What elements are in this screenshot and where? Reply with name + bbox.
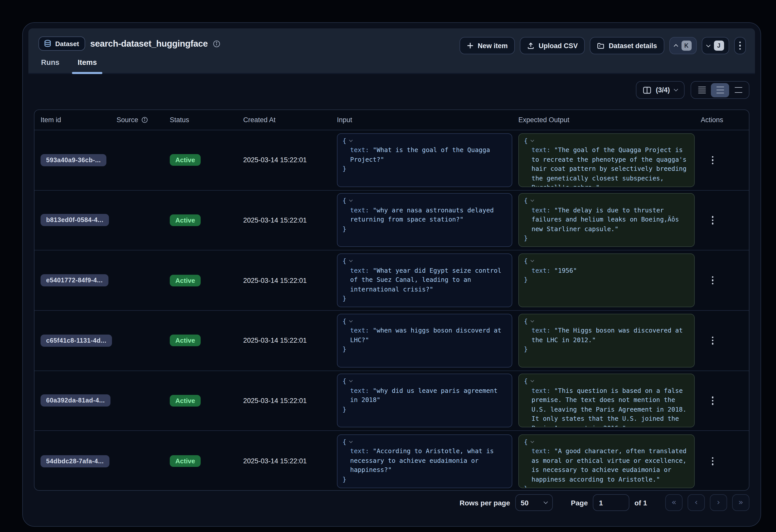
status-badge: Active <box>170 335 201 346</box>
columns-visibility-button[interactable]: (3/4) <box>636 81 685 99</box>
input-json-box[interactable]: { text: "why are nasa astronauts delayed… <box>337 193 512 247</box>
actions-cell <box>695 454 749 468</box>
collapse-chevron-icon[interactable] <box>349 138 353 142</box>
expected-output-cell: { text: "A good character, often transla… <box>512 431 695 491</box>
expected-output-cell: { text: "The Higgs boson was discovered … <box>512 311 695 370</box>
item-id-pill[interactable]: c65f41c8-1131-4d... <box>40 335 112 347</box>
output-json-box[interactable]: { text: "1956" } <box>518 253 695 307</box>
collapse-chevron-icon[interactable] <box>349 439 353 443</box>
rows-per-page-label: Rows per page <box>459 499 510 507</box>
status-cell: Active <box>164 214 237 226</box>
collapse-chevron-icon[interactable] <box>349 198 353 202</box>
collapse-chevron-icon[interactable] <box>531 379 534 382</box>
item-id-cell: 60a392da-81ad-4... <box>34 395 111 407</box>
collapse-chevron-icon[interactable] <box>531 138 534 142</box>
output-json-box[interactable]: { text: "This question is based on a fal… <box>518 374 695 427</box>
rows-per-page-select[interactable]: 50 <box>515 494 553 511</box>
row-height-tall-option[interactable] <box>729 83 747 97</box>
actions-cell <box>695 213 749 227</box>
output-text-value: "The delay is due to thruster failures a… <box>532 206 679 233</box>
input-text-value: "why did us leave paris agreement in 201… <box>350 387 498 404</box>
dataset-details-label: Dataset details <box>609 42 657 49</box>
item-id-pill[interactable]: e5401772-84f9-4... <box>40 274 108 287</box>
table-row: b813ed0f-0584-4... Active 2025-03-14 15:… <box>34 190 749 250</box>
table-toolbar: (3/4) <box>636 81 749 99</box>
input-json-box[interactable]: { text: "What is the goal of the Quagga … <box>337 133 512 187</box>
collapse-chevron-icon[interactable] <box>531 439 534 443</box>
upload-csv-button[interactable]: Upload CSV <box>520 37 585 54</box>
collapse-chevron-icon[interactable] <box>349 258 353 262</box>
collapse-chevron-icon[interactable] <box>349 379 353 382</box>
input-text-value: "when was higgs boson discoverd at LHC?" <box>350 327 502 344</box>
next-item-button[interactable]: J <box>702 37 729 54</box>
pagination-nav: « ‹ › » <box>665 494 749 511</box>
input-cell: { text: "According to Aristotle, what is… <box>331 431 512 491</box>
actions-cell <box>695 153 749 167</box>
item-id-pill[interactable]: 54dbdc28-7afa-4... <box>40 455 110 467</box>
item-id-pill[interactable]: 593a40a9-36cb-... <box>40 154 107 166</box>
output-text-value: "A good character, often translated as m… <box>532 447 687 483</box>
expected-output-cell: { text: "The delay is due to thruster fa… <box>512 190 695 250</box>
column-header-expected-output: Expected Output <box>512 116 695 124</box>
json-key: text: <box>350 327 369 334</box>
output-json-box[interactable]: { text: "The goal of the Quagga Project … <box>518 133 695 187</box>
row-actions-button[interactable] <box>709 454 717 468</box>
output-json-box[interactable]: { text: "The Higgs boson was discovered … <box>518 314 695 367</box>
density-tall-icon <box>735 87 742 93</box>
last-page-button[interactable]: » <box>732 494 749 511</box>
plus-icon <box>467 42 474 49</box>
tab-items[interactable]: Items <box>75 58 100 73</box>
title-row: Dataset search-dataset_huggingface <box>38 36 220 51</box>
database-icon <box>44 39 52 48</box>
created-at-cell: 2025-03-14 15:22:01 <box>237 337 331 344</box>
item-id-pill[interactable]: b813ed0f-0584-4... <box>40 214 109 226</box>
kebab-icon <box>739 41 741 50</box>
prev-item-button[interactable]: K <box>669 37 697 54</box>
json-key: text: <box>350 206 369 214</box>
output-json-box[interactable]: { text: "The delay is due to thruster fa… <box>518 193 695 247</box>
info-icon[interactable] <box>213 40 220 47</box>
row-actions-button[interactable] <box>709 153 717 167</box>
input-json-box[interactable]: { text: "why did us leave paris agreemen… <box>337 374 512 427</box>
collapse-chevron-icon[interactable] <box>349 319 353 322</box>
next-page-button[interactable]: › <box>710 494 727 511</box>
status-badge: Active <box>170 395 201 406</box>
json-key: text: <box>350 387 369 394</box>
chevron-down-icon <box>674 87 678 92</box>
shortcut-keycap-j: J <box>714 40 724 51</box>
collapse-chevron-icon[interactable] <box>531 319 534 322</box>
new-item-button[interactable]: New item <box>459 37 515 54</box>
header-actions: New item Upload CSV <box>459 37 746 54</box>
row-actions-button[interactable] <box>709 394 717 408</box>
output-text-value: "The goal of the Quagga Project is to re… <box>532 146 687 187</box>
page-number-input[interactable] <box>593 494 629 511</box>
actions-cell <box>695 273 749 288</box>
first-page-button[interactable]: « <box>665 494 683 511</box>
status-badge: Active <box>170 455 201 467</box>
tab-runs[interactable]: Runs <box>38 58 62 73</box>
item-id-pill[interactable]: 60a392da-81ad-4... <box>40 395 111 407</box>
collapse-chevron-icon[interactable] <box>531 198 534 202</box>
row-height-compact-option[interactable] <box>693 83 711 97</box>
json-key: text: <box>532 146 551 154</box>
input-cell: { text: "why are nasa astronauts delayed… <box>331 190 512 250</box>
input-json-box[interactable]: { text: "What year did Egypt seize contr… <box>337 253 512 307</box>
input-json-box[interactable]: { text: "According to Aristotle, what is… <box>337 434 512 488</box>
input-json-box[interactable]: { text: "when was higgs boson discoverd … <box>337 314 512 367</box>
row-actions-button[interactable] <box>709 273 717 288</box>
json-key: text: <box>350 447 369 455</box>
density-compact-icon <box>698 86 706 94</box>
table-row: 54dbdc28-7afa-4... Active 2025-03-14 15:… <box>34 431 749 491</box>
collapse-chevron-icon[interactable] <box>531 258 534 262</box>
table-row: c65f41c8-1131-4d... Active 2025-03-14 15… <box>34 311 749 371</box>
row-actions-button[interactable] <box>709 333 717 347</box>
more-menu-button[interactable] <box>734 37 746 54</box>
row-actions-button[interactable] <box>709 213 717 227</box>
row-height-medium-option[interactable] <box>711 83 729 97</box>
input-text-value: "What year did Egypt seize control of th… <box>350 267 502 293</box>
output-json-box[interactable]: { text: "A good character, often transla… <box>518 434 695 488</box>
previous-page-button[interactable]: ‹ <box>688 494 705 511</box>
table-row: e5401772-84f9-4... Active 2025-03-14 15:… <box>34 251 749 311</box>
info-icon[interactable] <box>141 117 148 123</box>
dataset-details-button[interactable]: Dataset details <box>590 37 664 54</box>
